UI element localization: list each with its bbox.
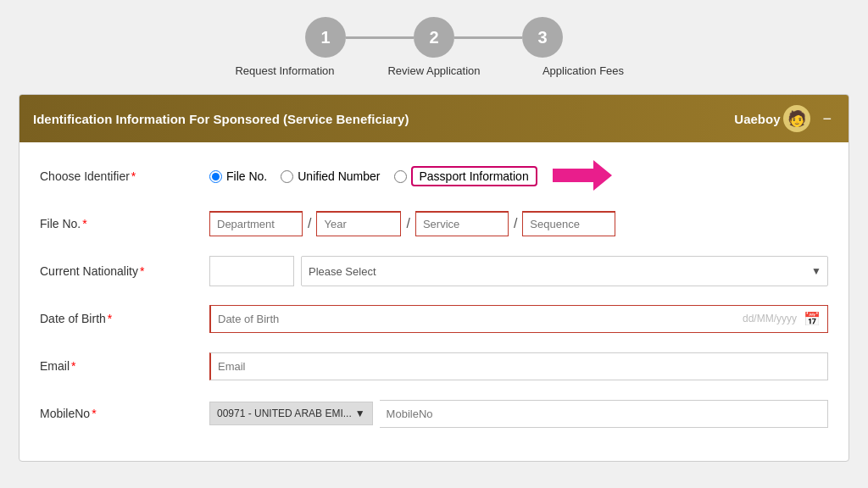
- step-3-label: Application Fees: [509, 64, 658, 77]
- email-input[interactable]: [211, 353, 827, 380]
- radio-passport[interactable]: Passport Information: [394, 166, 537, 186]
- radio-passport-input[interactable]: [394, 170, 407, 183]
- mobile-controls: 00971 - UNITED ARAB EMI... ▼: [209, 400, 828, 428]
- mobile-label: MobileNo*: [40, 407, 209, 420]
- mobile-input[interactable]: [380, 400, 828, 428]
- dob-label: Date of Birth*: [40, 312, 209, 325]
- uaeboy-logo: Uaeboy 🧑: [734, 105, 810, 132]
- mobile-country-code: 00971 - UNITED ARAB EMI...: [217, 408, 352, 419]
- pink-arrow-annotation: [553, 160, 612, 193]
- dob-input[interactable]: [211, 306, 827, 332]
- step-2-label: Review Application: [359, 64, 509, 77]
- radio-unified-label: Unified Number: [298, 169, 380, 183]
- year-input[interactable]: [316, 211, 401, 236]
- avatar: 🧑: [783, 105, 810, 132]
- file-no-controls: / / /: [209, 211, 828, 236]
- step-1-label: Request Information: [210, 64, 359, 77]
- dob-row: Date of Birth* dd/MM/yyyy 📅: [40, 302, 828, 336]
- mobile-country-dropdown-icon: ▼: [355, 408, 365, 419]
- form-card: Identification Information For Sponsored…: [19, 94, 849, 462]
- mobile-row: MobileNo* 00971 - UNITED ARAB EMI... ▼: [40, 396, 828, 430]
- form-header-title: Identification Information For Sponsored…: [33, 112, 409, 126]
- department-input[interactable]: [209, 211, 303, 236]
- passport-option-border: Passport Information: [411, 166, 537, 186]
- sequence-input[interactable]: [522, 211, 615, 236]
- calendar-icon[interactable]: 📅: [804, 311, 821, 327]
- file-no-label: File No.*: [40, 217, 209, 230]
- nationality-select-wrapper: Please Select ▼: [301, 256, 828, 286]
- identifier-radio-group: File No. Unified Number Passport Informa…: [209, 166, 537, 186]
- nationality-controls: Please Select ▼: [209, 256, 828, 286]
- radio-file-no-label: File No.: [226, 169, 267, 183]
- service-input[interactable]: [415, 211, 509, 236]
- email-controls: [209, 352, 828, 380]
- form-header-right: Uaeboy 🧑 −: [734, 105, 835, 132]
- form-header: Identification Information For Sponsored…: [19, 95, 849, 142]
- step-2-circle: 2: [414, 17, 454, 58]
- file-sep-1: /: [306, 216, 313, 231]
- form-body: Choose Identifier* File No. Unified Numb…: [19, 142, 849, 461]
- choose-identifier-label: Choose Identifier*: [40, 169, 209, 183]
- nationality-select[interactable]: Please Select: [301, 256, 828, 286]
- email-row: Email*: [40, 349, 828, 383]
- step-line-2: [454, 36, 522, 39]
- file-sep-3: /: [512, 216, 519, 231]
- radio-unified[interactable]: Unified Number: [281, 169, 380, 183]
- email-input-wrapper: [209, 352, 828, 380]
- dob-input-wrapper: dd/MM/yyyy 📅: [209, 305, 828, 333]
- mobile-country-selector[interactable]: 00971 - UNITED ARAB EMI... ▼: [209, 402, 373, 425]
- file-no-row: File No.* / / /: [40, 207, 828, 241]
- radio-passport-label: Passport Information: [420, 169, 529, 183]
- step-3-circle: 3: [522, 17, 563, 58]
- choose-identifier-row: Choose Identifier* File No. Unified Numb…: [40, 159, 828, 193]
- pink-arrow-icon: [553, 160, 612, 191]
- radio-file-no[interactable]: File No.: [209, 169, 267, 183]
- minimize-button[interactable]: −: [819, 110, 835, 128]
- logo-text: Uaeboy: [734, 112, 780, 126]
- stepper: 1 2 3 Request Information Review Applica…: [17, 17, 851, 77]
- svg-marker-0: [553, 160, 612, 191]
- step-1-circle: 1: [305, 17, 346, 58]
- choose-identifier-controls: File No. Unified Number Passport Informa…: [209, 160, 828, 193]
- dob-controls: dd/MM/yyyy 📅: [209, 305, 828, 333]
- radio-unified-input[interactable]: [281, 170, 293, 183]
- email-label: Email*: [40, 359, 209, 373]
- dob-hint: dd/MM/yyyy: [743, 313, 797, 324]
- radio-file-no-input[interactable]: [209, 170, 222, 183]
- nationality-label: Current Nationality*: [40, 264, 209, 278]
- step-line-1: [346, 36, 414, 39]
- nationality-color-box: [209, 256, 294, 286]
- file-sep-2: /: [404, 216, 411, 231]
- nationality-row: Current Nationality* Please Select ▼: [40, 254, 828, 288]
